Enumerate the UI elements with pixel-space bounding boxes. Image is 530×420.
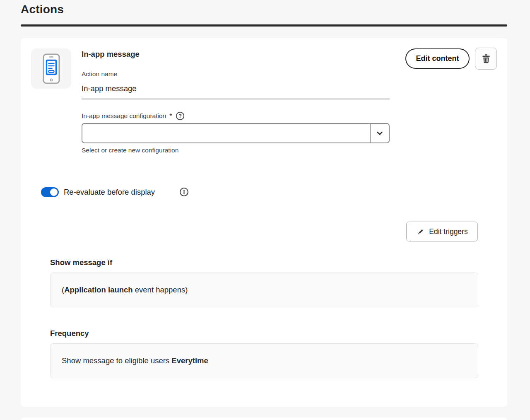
page-title: Actions [21, 3, 64, 16]
trigger-expression: (Application launch event happens) [62, 285, 188, 294]
help-icon[interactable]: ? [176, 111, 185, 121]
trash-icon [481, 54, 491, 64]
configuration-label-row: In-app message configuration * ? [82, 111, 185, 121]
frequency-box: Show message to eligible users Everytime [50, 343, 478, 378]
info-icon[interactable] [179, 187, 189, 197]
configuration-picker[interactable] [82, 123, 390, 143]
edit-content-label: Edit content [416, 54, 459, 63]
reevaluate-label: Re-evaluate before display [64, 188, 155, 197]
edit-triggers-button[interactable]: Edit triggers [406, 222, 478, 241]
configuration-label: In-app message configuration [82, 112, 166, 120]
in-app-message-phone-icon [31, 48, 71, 89]
next-action-card [21, 418, 507, 420]
frequency-heading: Frequency [50, 329, 89, 338]
chevron-down-icon[interactable] [370, 124, 389, 142]
edit-content-button[interactable]: Edit content [405, 48, 470, 69]
svg-text:?: ? [179, 113, 182, 119]
frequency-text: Show message to eligible users Everytime [62, 356, 208, 365]
reevaluate-toggle[interactable] [41, 187, 59, 197]
reevaluate-row: Re-evaluate before display [41, 187, 189, 197]
show-message-if-heading: Show message if [50, 258, 112, 267]
actions-page: Actions In-app message Edit content [0, 0, 530, 420]
pencil-icon [416, 227, 424, 236]
required-asterisk: * [169, 113, 172, 120]
edit-triggers-label: Edit triggers [429, 227, 467, 236]
configuration-helper-text: Select or create new configuration [82, 147, 178, 154]
toggle-knob [50, 188, 58, 196]
action-name-input[interactable] [82, 81, 390, 99]
action-card: In-app message Edit content Action name … [21, 38, 507, 407]
configuration-picker-value [82, 124, 370, 142]
action-name-label: Action name [82, 70, 117, 78]
section-divider [21, 24, 507, 27]
action-heading: In-app message [82, 50, 140, 59]
delete-action-button[interactable] [475, 48, 497, 70]
trigger-expression-box: (Application launch event happens) [50, 273, 478, 307]
